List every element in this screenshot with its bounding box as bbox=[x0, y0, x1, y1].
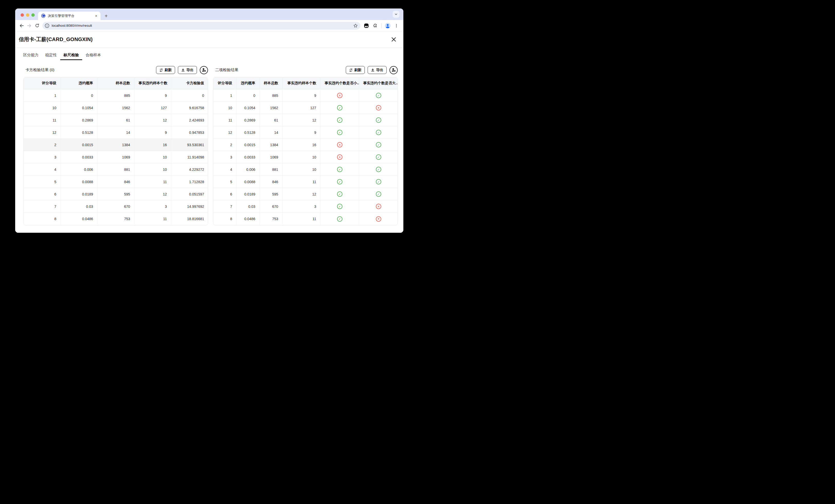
table-row[interactable]: 20.001513841693.530361 bbox=[24, 139, 208, 151]
check-circle-icon: ✓ bbox=[376, 142, 381, 147]
table-cell: 0.947853 bbox=[171, 126, 208, 139]
close-window-button[interactable] bbox=[21, 13, 24, 17]
refresh-icon bbox=[349, 68, 353, 72]
x-circle-icon: ✕ bbox=[376, 204, 381, 209]
check-circle-icon: ✓ bbox=[337, 105, 342, 110]
table-cell: 10 bbox=[24, 102, 61, 114]
table-cell: ✓ bbox=[321, 176, 359, 188]
refresh-button[interactable]: 刷新 bbox=[156, 66, 175, 74]
table-cell: 12 bbox=[283, 114, 321, 126]
table-row[interactable]: 1088590 bbox=[24, 89, 208, 102]
table-row[interactable]: 80.04867531118.816681 bbox=[24, 213, 208, 225]
table-cell: 14.997692 bbox=[171, 201, 208, 213]
tab-3[interactable]: 合格样本 bbox=[82, 48, 104, 62]
panel-title: 二项检验结果 bbox=[215, 67, 238, 72]
kebab-menu-icon bbox=[394, 24, 399, 28]
puzzle-icon bbox=[373, 23, 378, 28]
table-row[interactable]: 40.006881104.229272 bbox=[24, 163, 208, 176]
table-cell: 0.0189 bbox=[237, 188, 260, 201]
table-cell: 1069 bbox=[260, 151, 283, 163]
table-cell: 1 bbox=[24, 89, 61, 102]
table-row[interactable]: 60.018959512✓✓ bbox=[213, 188, 398, 201]
column-settings-button[interactable] bbox=[200, 66, 208, 74]
panel-title: 卡方检验结果 (0) bbox=[25, 67, 55, 72]
tab-1[interactable]: 稳定性 bbox=[42, 48, 60, 62]
table-cell: 0.5128 bbox=[61, 126, 98, 139]
toolbar-divider bbox=[381, 23, 382, 28]
table-cell: 10 bbox=[283, 151, 321, 163]
reload-button[interactable] bbox=[33, 22, 41, 29]
check-circle-icon: ✓ bbox=[376, 154, 381, 160]
table-cell: ✓ bbox=[321, 102, 359, 114]
table-row[interactable]: 30.0033106910✕✓ bbox=[213, 151, 398, 163]
x-circle-icon: ✕ bbox=[337, 154, 342, 160]
dialog-close-button[interactable] bbox=[391, 37, 396, 42]
zoom-window-button[interactable] bbox=[32, 13, 35, 17]
refresh-button[interactable]: 刷新 bbox=[346, 66, 365, 74]
tab-0[interactable]: 区分能力 bbox=[20, 48, 42, 62]
minimize-window-button[interactable] bbox=[26, 13, 29, 17]
table-cell: ✕ bbox=[359, 213, 398, 225]
browser-menu-button[interactable] bbox=[392, 22, 400, 29]
table-row[interactable]: 100.10541562127✓✕ bbox=[213, 102, 398, 114]
extensions-button[interactable] bbox=[371, 22, 379, 29]
page-title: 信用卡-工薪(CARD_GONGXIN) bbox=[19, 36, 93, 43]
check-circle-icon: ✓ bbox=[337, 204, 342, 209]
table-cell: 1562 bbox=[260, 102, 283, 114]
tab-close-icon[interactable]: × bbox=[94, 14, 99, 18]
table-row[interactable]: 70.03670314.997692 bbox=[24, 201, 208, 213]
browser-tab[interactable]: 决策引擎管理平台 × bbox=[38, 12, 101, 20]
back-arrow-icon bbox=[19, 23, 24, 28]
extension-app-button[interactable] bbox=[363, 22, 370, 29]
table-row[interactable]: 70.036703✓✕ bbox=[213, 201, 398, 213]
table-cell: 0.0088 bbox=[61, 176, 98, 188]
table-row[interactable]: 110.28696112✓✓ bbox=[213, 114, 398, 126]
close-icon bbox=[391, 37, 396, 42]
table-cell: 11.914098 bbox=[171, 151, 208, 163]
table-row[interactable]: 108859✕✓ bbox=[213, 89, 398, 102]
site-info-icon[interactable] bbox=[45, 23, 49, 28]
toolbar-right-icons bbox=[363, 22, 400, 29]
forward-button[interactable] bbox=[25, 22, 33, 29]
table-cell: 61 bbox=[98, 114, 135, 126]
table-row[interactable]: 20.0015138416✕✓ bbox=[213, 139, 398, 151]
address-bar[interactable]: localhost:8080/#/mv/result bbox=[42, 22, 361, 29]
user-gear-icon bbox=[202, 67, 206, 72]
table-cell: 11 bbox=[213, 114, 237, 126]
table-cell: 0.0486 bbox=[237, 213, 260, 225]
bookmark-star-icon[interactable] bbox=[353, 23, 358, 28]
x-circle-icon: ✕ bbox=[337, 93, 342, 98]
table-row[interactable]: 30.003310691011.914098 bbox=[24, 151, 208, 163]
table-row[interactable]: 50.008884611✓✓ bbox=[213, 176, 398, 188]
back-button[interactable] bbox=[18, 22, 25, 29]
table-row[interactable]: 110.286961122.424693 bbox=[24, 114, 208, 126]
export-button[interactable]: 导出 bbox=[368, 66, 387, 74]
tab-2-active[interactable]: 标尺检验 bbox=[60, 48, 82, 62]
table-cell: 846 bbox=[260, 176, 283, 188]
table-cell: 8 bbox=[24, 213, 61, 225]
table-cell: 2 bbox=[24, 139, 61, 151]
url-text[interactable]: localhost:8080/#/mv/result bbox=[52, 24, 353, 27]
table-row[interactable]: 50.0088846111.712828 bbox=[24, 176, 208, 188]
table-row[interactable]: 40.00688110✓✓ bbox=[213, 163, 398, 176]
table-row[interactable]: 100.105415621279.616758 bbox=[24, 102, 208, 114]
column-header: 事实违约个数是否小... bbox=[321, 77, 359, 89]
table-row[interactable]: 120.5128149✓✓ bbox=[213, 126, 398, 139]
table-cell: 9 bbox=[135, 126, 171, 139]
dark-extension-icon bbox=[364, 23, 369, 28]
export-button[interactable]: 导出 bbox=[178, 66, 197, 74]
tab-search-chevron-button[interactable] bbox=[392, 11, 400, 18]
user-gear-icon bbox=[391, 67, 396, 72]
table-cell: 6 bbox=[24, 188, 61, 201]
table-cell: 11 bbox=[24, 114, 61, 126]
refresh-icon bbox=[159, 68, 163, 72]
table-cell: 7 bbox=[24, 201, 61, 213]
table-row[interactable]: 120.51281490.947853 bbox=[24, 126, 208, 139]
column-header: 事实违约个数是否大... bbox=[359, 77, 398, 89]
table-row[interactable]: 60.0189595120.051597 bbox=[24, 188, 208, 201]
new-tab-button[interactable]: + bbox=[103, 13, 109, 19]
table-row[interactable]: 80.048675311✓✕ bbox=[213, 213, 398, 225]
table-cell: 11 bbox=[135, 176, 171, 188]
profile-button[interactable] bbox=[384, 22, 391, 29]
column-settings-button[interactable] bbox=[389, 66, 398, 74]
